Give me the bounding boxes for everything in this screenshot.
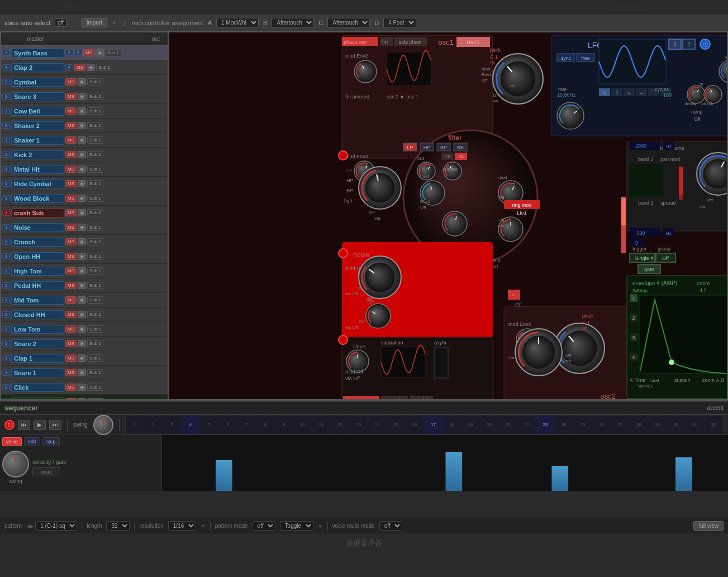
import-button[interactable]: Import <box>82 18 107 27</box>
midi-assignment-label: midi controller assignment <box>132 20 203 26</box>
step-23[interactable]: 23 <box>536 415 555 434</box>
voice-item-ride-cymbal[interactable]: 1 Ride Cymbal MS ◉ Sub 1 <box>1 177 168 191</box>
step-2[interactable]: 2 <box>144 415 163 434</box>
step-29[interactable]: 29 <box>648 415 667 434</box>
step-20[interactable]: 20 <box>480 415 499 434</box>
length-label: length <box>87 523 102 529</box>
sequencer-area: sequencer accent ⏻ ⏮ ▶ ⏭ swing 123456789… <box>0 400 728 518</box>
step-8[interactable]: 8 <box>256 415 275 434</box>
step-14[interactable]: 14 <box>368 415 387 434</box>
pattern-select[interactable]: 1 (C-1) sq <box>35 521 77 531</box>
voice-item-synth-bass[interactable]: 1 Synth Bass 2 5 MS ◉ Sub 1 <box>1 46 168 60</box>
step-1[interactable]: 1 <box>126 415 144 434</box>
voice-item-low-tom[interactable]: 1 Low Tom MS ◉ Sub 1 <box>1 322 168 337</box>
step-button[interactable]: step <box>42 437 60 446</box>
step-31[interactable]: 31 <box>686 415 704 434</box>
step-16[interactable]: 16 <box>406 415 424 434</box>
voice-button[interactable]: voice <box>2 437 22 446</box>
step-3[interactable]: 3 <box>163 415 181 434</box>
step-18[interactable]: 18 <box>443 415 461 434</box>
swing-label: swing <box>73 422 88 428</box>
seq-left-panel: voice edit step swing velocity / gate re… <box>0 435 162 491</box>
voice-item-clap1[interactable]: 1 Clap 1 MS ◉ Sub 1 <box>1 351 168 366</box>
swing-knob[interactable] <box>93 415 113 435</box>
edit-button[interactable]: edit <box>24 437 40 446</box>
toggle-select[interactable]: Toggle <box>280 521 313 531</box>
velocity-canvas <box>162 435 728 491</box>
voice-item-cymbal[interactable]: 3 Cymbal MS ◉ Sub 1 <box>1 75 168 89</box>
seq-power-button[interactable]: ⏻ <box>4 420 15 430</box>
sequencer-label: sequencer <box>4 404 38 412</box>
step-19[interactable]: 19 <box>461 415 480 434</box>
voice-item-click[interactable]: 2 Click MS ◉ Sub 1 <box>1 380 168 395</box>
seq-rewind-button[interactable]: ⏮ <box>18 420 30 430</box>
midi-d-label: D <box>374 20 379 26</box>
step-9[interactable]: 9 <box>275 415 293 434</box>
voice-item-noise[interactable]: 1 Noise MS ◉ Sub 1 <box>1 220 168 235</box>
swing-large-knob[interactable] <box>2 451 29 477</box>
bottom-chinese-label: 步进音序器 <box>0 533 728 552</box>
step-6[interactable]: 6 <box>219 415 237 434</box>
voice-item-metal-hit[interactable]: 1 Metal Hit MS ◉ Sub 1 <box>1 162 168 177</box>
step-32[interactable]: 32 <box>705 415 723 434</box>
voice-item-closed-hh[interactable]: 1 Closed HH MS ◉ Sub 1 <box>1 308 168 322</box>
voice-item-clap2[interactable]: 4 Clap 2 4 MS ◉ Sub 1 <box>1 60 168 75</box>
step-15[interactable]: 15 <box>387 415 405 434</box>
top-bar: voice auto select off | Import ▼ | midi … <box>0 15 728 31</box>
voice-item-snare3[interactable]: 2 Snare 3 MS ◉ Sub 1 <box>1 89 168 104</box>
midi-d-select[interactable]: 4 Foot <box>383 18 416 27</box>
voice-item-snare2[interactable]: 1 Snare 2 MS ◉ Sub 1 <box>1 337 168 351</box>
voice-item-crunch[interactable]: 1 Crunch MS ◉ Sub 1 <box>1 235 168 249</box>
step-4[interactable]: 4 <box>182 415 200 434</box>
step-12[interactable]: 12 <box>331 415 349 434</box>
voice-item-snare1[interactable]: 1 Snare 1 MS ◉ Sub 1 <box>1 366 168 380</box>
voice-item-kick1[interactable]: 1 Kick 1 MS ◉ Sub 1 <box>1 395 168 399</box>
seq-play-button[interactable]: ▶ <box>34 420 46 430</box>
midi-c-select[interactable]: Aftertouch <box>327 18 370 27</box>
full-view-button[interactable]: full view <box>693 521 724 531</box>
resolution-select[interactable]: 1/16 <box>168 521 196 531</box>
step-13[interactable]: 13 <box>350 415 368 434</box>
step-5[interactable]: 5 <box>200 415 218 434</box>
step-24[interactable]: 24 <box>555 415 573 434</box>
sequencer-header: sequencer accent <box>0 401 728 415</box>
midi-b-select[interactable]: Aftertouch <box>272 18 314 27</box>
voice-item-pedal-hh[interactable]: 1 Pedal HH MS ◉ Sub 1 <box>1 278 168 293</box>
voice-item-mid-tom[interactable]: 1 Mid Tom MS ◉ Sub 1 <box>1 293 168 308</box>
step-26[interactable]: 26 <box>592 415 611 434</box>
voice-item-cowbell[interactable]: 1 Cow Bell MS ◉ Sub 1 <box>1 104 168 119</box>
step-11[interactable]: 11 <box>312 415 331 434</box>
seq-forward-button[interactable]: ⏭ <box>49 420 61 430</box>
pattern-mode-select[interactable]: off <box>253 521 275 531</box>
voice-item-wood-block[interactable]: 1 Wood Block MS ◉ Sub 1 <box>1 191 168 206</box>
voice-auto-select-value[interactable]: off <box>55 18 66 27</box>
step-30[interactable]: 30 <box>667 415 686 434</box>
voice-item-shaker1[interactable]: 1 Shaker 1 MS ◉ Sub 1 <box>1 133 168 148</box>
voice-item-crash[interactable]: 4 crash Sub MS ◉ Sub 1 <box>1 206 168 220</box>
voice-item-shaker2[interactable]: 9 Shaker 2 MS ◉ Sub 1 <box>1 119 168 133</box>
midi-a-select[interactable]: 1 ModWhl <box>216 18 259 27</box>
step-21[interactable]: 21 <box>499 415 517 434</box>
bottom-bar: pattern ◀▶ 1 (C-1) sq length 32 resoluti… <box>0 518 728 533</box>
synth-panel <box>169 32 727 399</box>
step-25[interactable]: 25 <box>574 415 592 434</box>
out-label: out <box>152 36 160 42</box>
step-22[interactable]: 22 <box>517 415 536 434</box>
reset-button[interactable]: reset <box>32 467 60 476</box>
step-7[interactable]: 7 <box>237 415 256 434</box>
step-10[interactable]: 10 <box>293 415 312 434</box>
step-27[interactable]: 27 <box>611 415 630 434</box>
step-17[interactable]: 17 <box>424 415 442 434</box>
length-select[interactable]: 32 <box>106 521 130 531</box>
step-28[interactable]: 28 <box>630 415 648 434</box>
voice-mute-select[interactable]: off <box>379 521 402 531</box>
voice-item-high-tom[interactable]: 1 High Tom MS ◉ Sub 1 <box>1 264 168 278</box>
master-label: master <box>27 36 44 42</box>
voice-item-kick2[interactable]: 1 Kick 2 MS ◉ Sub 1 <box>1 148 168 162</box>
pattern-mode-label: pattern mode <box>215 523 248 529</box>
voice-item-open-hh[interactable]: 1 Open HH MS ◉ Sub 1 <box>1 249 168 264</box>
voice-mute-label: voice mute mode <box>332 523 375 529</box>
velocity-gate-area <box>162 435 728 491</box>
velocity-gate-label: velocity / gate <box>32 459 159 465</box>
sequencer-grid: voice edit step swing velocity / gate re… <box>0 435 728 491</box>
